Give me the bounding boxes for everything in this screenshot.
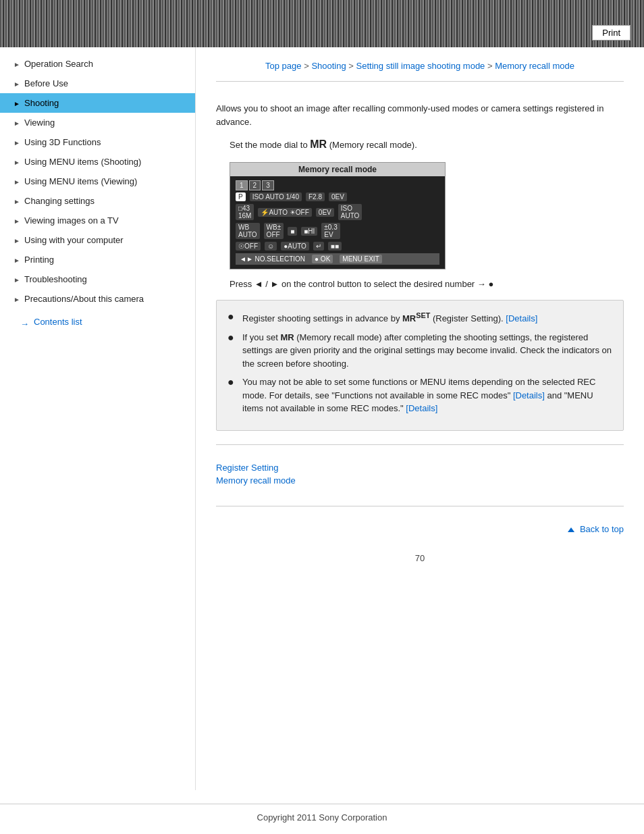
intro-text: Allows you to shoot an image after recal…	[216, 102, 624, 128]
page-number: 70	[216, 548, 624, 569]
mode-row-3: WBAUTO WB±OFF ■ ■HI ±0.3EV	[236, 223, 439, 239]
sidebar-item-3d-functions[interactable]: ► Using 3D Functions	[0, 132, 195, 152]
arrow-icon: ►	[14, 178, 20, 185]
arrow-right-icon	[20, 319, 31, 325]
sidebar-item-label: Viewing images on a TV	[24, 215, 119, 226]
print-button[interactable]: Print	[592, 25, 630, 41]
mode-row-1: P ISO AUTO 1/40 F2.8 0EV	[236, 192, 439, 201]
divider	[216, 444, 624, 445]
bullet-icon-1: ●	[227, 309, 238, 325]
mode-item-0ev2: 0EV	[316, 208, 334, 217]
details-link-1[interactable]: [Details]	[506, 313, 537, 323]
breadcrumb-sep3: >	[487, 61, 495, 71]
mode-item-wb-off: WB±OFF	[264, 223, 284, 239]
sidebar-item-label: Before Use	[24, 78, 68, 88]
contents-list-label: Contents list	[34, 317, 82, 327]
content-section: Allows you to shoot an image after recal…	[216, 95, 624, 548]
footer-copyright: Copyright 2011 Sony Corporation	[257, 812, 387, 823]
sidebar-item-label: Printing	[24, 255, 54, 265]
mode-image-title: Memory recall mode	[230, 163, 445, 176]
note-item-3: ● You may not be able to set some functi…	[227, 375, 612, 415]
header-bar: Print	[0, 0, 644, 47]
sidebar-item-label: Viewing	[24, 118, 55, 128]
breadcrumb-top-page[interactable]: Top page	[265, 61, 302, 71]
sidebar-item-viewing[interactable]: ► Viewing	[0, 113, 195, 132]
mode-item-face: ☺	[265, 242, 277, 251]
related-link-memory-recall[interactable]: Memory recall mode	[216, 475, 624, 486]
sidebar-item-shooting[interactable]: ► Shooting	[0, 93, 195, 113]
mode-tab-1: 1	[236, 180, 248, 190]
mode-item-dot-auto: ●AUTO	[281, 242, 309, 251]
arrow-icon: ►	[14, 61, 20, 68]
sidebar-item-menu-shooting[interactable]: ► Using MENU items (Shooting)	[0, 152, 195, 172]
note-text-1: Register shooting settings in advance by…	[242, 310, 537, 325]
note-item-1: ● Register shooting settings in advance …	[227, 310, 612, 325]
sidebar-item-viewing-images-tv[interactable]: ► Viewing images on a TV	[0, 211, 195, 230]
mode-item-bracket: ↵	[313, 242, 324, 251]
back-to-top-link[interactable]: Back to top	[568, 524, 624, 534]
mode-item-p: P	[236, 192, 246, 201]
mode-item-0ev: 0EV	[329, 192, 347, 201]
mode-item-iso: ISO AUTO 1/40	[250, 192, 302, 201]
breadcrumb-setting-mode[interactable]: Setting still image shooting mode	[356, 61, 485, 71]
mode-row-2: □4316M ⚡AUTO ☀OFF 0EV ISOAUTO	[236, 204, 439, 220]
sidebar-item-using-computer[interactable]: ► Using with your computer	[0, 230, 195, 250]
mode-item-auto: ⚡AUTO ☀OFF	[258, 208, 311, 217]
mode-image-content: 1 2 3 P ISO AUTO 1/40 F2.8 0EV □4316M	[230, 176, 445, 269]
mode-bottom-bar: ◄► NO.SELECTION ● OK MENU EXIT	[236, 253, 439, 265]
details-link-3[interactable]: [Details]	[406, 403, 437, 413]
mode-item-sun-off: ☉OFF	[236, 242, 261, 251]
breadcrumb-memory-recall[interactable]: Memory recall mode	[495, 61, 574, 71]
arrow-icon: ►	[14, 296, 20, 303]
mode-image-box: Memory recall mode 1 2 3 P ISO AUTO 1/40…	[230, 162, 446, 269]
sidebar-item-before-use[interactable]: ► Before Use	[0, 74, 195, 93]
mode-menu-exit: MENU EXIT	[340, 255, 381, 263]
arrow-icon: ►	[14, 159, 20, 165]
back-to-top-label: Back to top	[580, 524, 624, 534]
arrow-icon: ►	[14, 100, 20, 107]
note-item-2: ● If you set MR (Memory recall mode) aft…	[227, 331, 612, 371]
notes-box: ● Register shooting settings in advance …	[216, 300, 624, 431]
sidebar-item-printing[interactable]: ► Printing	[0, 250, 195, 269]
mode-item-f28: F2.8	[306, 192, 325, 201]
mode-instruction: Set the mode dial to MR (Memory recall m…	[230, 136, 624, 153]
sidebar-item-label: Shooting	[24, 98, 59, 108]
triangle-icon	[568, 527, 574, 532]
arrow-icon: ►	[14, 120, 20, 126]
arrow-icon: ►	[14, 198, 20, 205]
contents-list-link[interactable]: Contents list	[0, 309, 195, 330]
sidebar-item-precautions[interactable]: ► Precautions/About this camera	[0, 289, 195, 309]
related-link-register-setting[interactable]: Register Setting	[216, 463, 624, 473]
arrow-icon: ►	[14, 80, 20, 87]
arrow-icon: ►	[14, 237, 20, 244]
breadcrumb-shooting[interactable]: Shooting	[311, 61, 346, 71]
divider-2	[216, 506, 624, 506]
sidebar-item-label: Using with your computer	[24, 235, 124, 245]
sidebar-item-changing-settings[interactable]: ► Changing settings	[0, 191, 195, 211]
mr-set-symbol: MRSET	[402, 313, 430, 323]
sidebar-item-troubleshooting[interactable]: ► Troubleshooting	[0, 269, 195, 289]
mode-item-square: ■	[288, 227, 297, 236]
arrow-icon: ►	[14, 257, 20, 263]
footer: Copyright 2011 Sony Corporation	[0, 804, 644, 831]
note-text-2: If you set MR (Memory recall mode) after…	[242, 331, 612, 371]
sidebar-item-menu-viewing[interactable]: ► Using MENU items (Viewing)	[0, 172, 195, 191]
sidebar-item-operation-search[interactable]: ► Operation Search	[0, 54, 195, 74]
note-text-3: You may not be able to set some function…	[242, 375, 612, 415]
mode-instruction-end: (Memory recall mode).	[329, 140, 417, 150]
mode-instruction-text: Set the mode dial to	[230, 140, 310, 150]
arrow-icon: ►	[14, 276, 20, 283]
bullet-icon-2: ●	[227, 330, 238, 346]
bullet-icon-3: ●	[227, 374, 238, 390]
mode-item-hi: ■HI	[301, 227, 317, 236]
breadcrumb: Top page > Shooting > Setting still imag…	[216, 54, 624, 82]
sidebar-item-label: Operation Search	[24, 59, 93, 69]
mode-tab-2: 2	[249, 180, 261, 190]
sidebar-item-label: Precautions/About this camera	[24, 294, 144, 304]
mode-tabs: 1 2 3	[236, 180, 439, 190]
details-link-2[interactable]: [Details]	[513, 390, 545, 400]
mode-ok-btn: ● OK	[312, 255, 333, 263]
mode-item-ev: ±0.3EV	[321, 223, 340, 239]
mode-item-43: □4316M	[236, 204, 254, 220]
mode-tab-3: 3	[262, 180, 274, 190]
